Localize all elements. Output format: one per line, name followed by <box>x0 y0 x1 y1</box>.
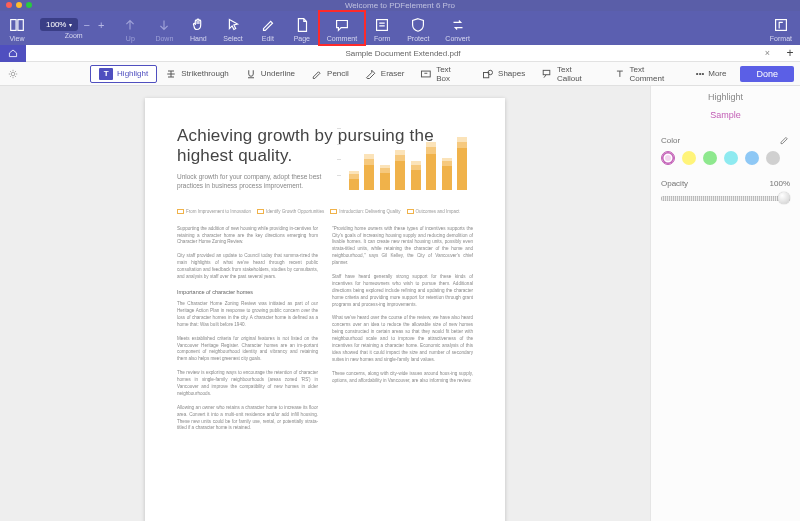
zoom-value[interactable]: 100%▾ <box>40 18 78 31</box>
window-close-button[interactable] <box>6 2 12 8</box>
up-button[interactable]: Up <box>113 11 147 45</box>
color-swatch-pink[interactable] <box>661 151 675 165</box>
titlebar: Welcome to PDFelement 6 Pro <box>0 0 800 11</box>
convert-icon <box>449 16 467 34</box>
textcallout-tool[interactable]: Text Callout <box>533 65 606 83</box>
app-window: Welcome to PDFelement 6 Pro View 100%▾ −… <box>0 0 800 521</box>
svg-rect-5 <box>422 71 431 77</box>
format-button[interactable]: Format <box>762 11 800 45</box>
pencil-tool[interactable]: Pencil <box>303 65 357 83</box>
page-button[interactable]: Page <box>285 11 319 45</box>
arrow-down-icon <box>155 16 173 34</box>
convert-button[interactable]: Convert <box>437 11 478 45</box>
highlight-icon: T <box>99 68 113 80</box>
select-button[interactable]: Select <box>215 11 250 45</box>
right-column: "Providing home owners with these types … <box>332 226 473 440</box>
svg-rect-3 <box>776 19 787 30</box>
hand-button[interactable]: Hand <box>181 11 215 45</box>
window-minimize-button[interactable] <box>16 2 22 8</box>
window-controls <box>6 2 32 8</box>
color-swatch-green[interactable] <box>703 151 717 165</box>
eraser-icon <box>365 68 377 80</box>
textcomment-tool[interactable]: Text Comment <box>606 65 688 83</box>
callout-icon <box>541 68 553 80</box>
pencil-icon <box>311 68 323 80</box>
page-icon <box>293 16 311 34</box>
home-icon <box>7 47 19 59</box>
body-columns: Supporting the addition of new housing w… <box>177 226 473 440</box>
form-icon <box>373 16 391 34</box>
legend-item: From Improvement to Innovation <box>177 209 251 214</box>
protect-button[interactable]: Protect <box>399 11 437 45</box>
highlight-tool[interactable]: T Highlight <box>90 65 157 83</box>
color-swatch-blue[interactable] <box>745 151 759 165</box>
legend-item: Outcomes and Impact <box>407 209 460 214</box>
shapes-tool[interactable]: Shapes <box>474 65 533 83</box>
legend-item: Introduction: Delivering Quality <box>330 209 400 214</box>
color-swatch-yellow[interactable] <box>682 151 696 165</box>
zoom-out-button[interactable]: − <box>80 19 92 31</box>
edit-icon <box>259 16 277 34</box>
done-button[interactable]: Done <box>740 66 794 82</box>
color-swatch-gray[interactable] <box>766 151 780 165</box>
svg-rect-1 <box>18 19 23 30</box>
zoom-button[interactable]: 100%▾ − + Zoom <box>34 11 113 45</box>
opacity-slider[interactable] <box>661 192 790 204</box>
view-button[interactable]: View <box>0 11 34 45</box>
svg-rect-2 <box>377 19 388 30</box>
format-icon <box>772 16 790 34</box>
color-swatch-cyan[interactable] <box>724 151 738 165</box>
legend-item: Identify Growth Opportunities <box>257 209 324 214</box>
chart-legend: From Improvement to InnovationIdentify G… <box>177 209 473 214</box>
color-swatches <box>661 151 790 165</box>
underline-tool[interactable]: Underline <box>237 65 303 83</box>
opacity-value: 100% <box>770 179 790 188</box>
down-button[interactable]: Down <box>147 11 181 45</box>
strikethrough-tool[interactable]: Strikethrough <box>157 65 237 83</box>
more-dots-icon: ••• <box>696 69 704 78</box>
slider-track <box>661 196 790 201</box>
window-zoom-button[interactable] <box>26 2 32 8</box>
properties-panel: Highlight Sample Color Opacity 100% <box>650 86 800 521</box>
chevron-down-icon: ▾ <box>69 21 72 28</box>
home-tab[interactable] <box>0 45 26 62</box>
left-column: Supporting the addition of new housing w… <box>177 226 318 440</box>
form-button[interactable]: Form <box>365 11 399 45</box>
tab-close-button[interactable]: × <box>765 45 770 62</box>
eraser-tool[interactable]: Eraser <box>357 65 413 83</box>
shield-icon <box>409 16 427 34</box>
settings-button[interactable] <box>4 68 22 80</box>
underline-icon <box>245 68 257 80</box>
zoom-control: 100%▾ − + <box>40 18 107 31</box>
svg-rect-8 <box>543 70 550 74</box>
textbox-icon <box>420 68 432 80</box>
add-tab-button[interactable]: + <box>780 46 800 60</box>
page-canvas[interactable]: Achieving growth by pursuing the highest… <box>0 86 650 521</box>
arrow-up-icon <box>121 16 139 34</box>
comment-icon <box>333 16 351 34</box>
edit-button[interactable]: Edit <box>251 11 285 45</box>
zoom-in-button[interactable]: + <box>95 19 107 31</box>
cursor-icon <box>224 16 242 34</box>
color-picker-button[interactable] <box>779 134 790 147</box>
textbox-tool[interactable]: Text Box <box>412 65 474 83</box>
content-area: Achieving growth by pursuing the highest… <box>0 86 800 521</box>
svg-rect-0 <box>11 19 16 30</box>
view-icon <box>8 16 26 34</box>
shapes-icon <box>482 68 494 80</box>
panel-title: Highlight <box>661 92 790 102</box>
gear-icon <box>7 68 19 80</box>
document-tab[interactable]: Sample Document Extended.pdf × <box>26 45 780 62</box>
comment-button[interactable]: Comment <box>319 11 365 45</box>
hand-icon <box>189 16 207 34</box>
slider-thumb[interactable] <box>778 192 790 204</box>
color-label: Color <box>661 136 680 145</box>
strikethrough-icon <box>165 68 177 80</box>
document-tab-title: Sample Document Extended.pdf <box>345 49 460 58</box>
highlight-label: Highlight <box>117 69 148 78</box>
text-icon <box>614 68 626 80</box>
eyedropper-icon <box>779 134 790 145</box>
more-tools-button[interactable]: ••• More <box>688 69 735 78</box>
pdf-page: Achieving growth by pursuing the highest… <box>145 98 505 521</box>
svg-point-4 <box>11 72 15 76</box>
